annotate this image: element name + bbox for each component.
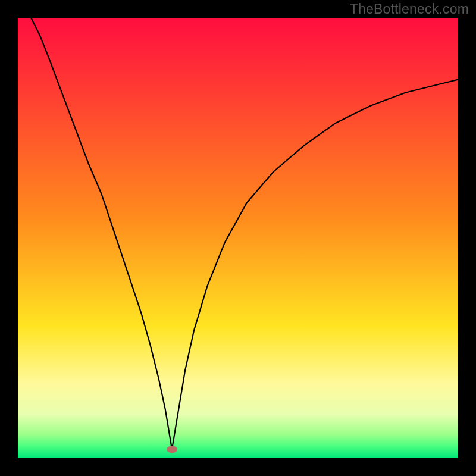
min-marker [167, 446, 177, 453]
plot-area [18, 18, 458, 458]
watermark-text: TheBottleneck.com [350, 1, 469, 17]
chart-svg [18, 18, 458, 458]
gradient-background [18, 18, 458, 458]
chart-frame: TheBottleneck.com [0, 0, 476, 476]
